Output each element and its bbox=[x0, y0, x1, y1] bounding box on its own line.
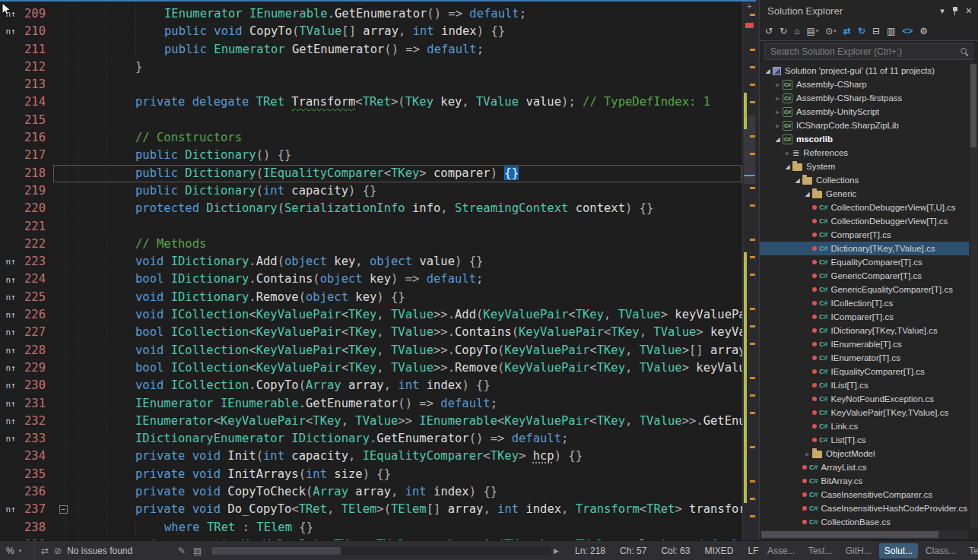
line-number[interactable]: 227 bbox=[21, 324, 52, 341]
code-text[interactable]: private void CopyToCheck(Array array, in… bbox=[75, 483, 742, 501]
line-number[interactable]: 214 bbox=[21, 93, 52, 111]
code-text[interactable]: protected Dictionary(SerializationInfo i… bbox=[75, 200, 742, 217]
window-position-icon[interactable]: ▾ bbox=[940, 6, 945, 16]
code-text[interactable]: private void Do_CopyTo<TRet, TElem>(TEle… bbox=[75, 501, 742, 518]
se-hscroll-thumb[interactable] bbox=[761, 531, 938, 538]
expander-collapsed-icon[interactable]: ▹ bbox=[773, 109, 783, 115]
code-view-icon[interactable]: <> bbox=[900, 24, 915, 38]
expander-expanded-icon[interactable]: ◢ bbox=[792, 177, 802, 184]
home-icon[interactable]: ⌂ bbox=[792, 24, 802, 38]
tree-item[interactable]: C#List[T].cs bbox=[760, 433, 969, 447]
line-number[interactable]: 233 bbox=[21, 430, 52, 448]
line-number[interactable]: 219 bbox=[21, 182, 52, 200]
inheritance-margin-icon[interactable]: n↑ bbox=[0, 395, 21, 413]
tree-item[interactable]: ◢C#mscorlib bbox=[760, 132, 969, 146]
tree-item[interactable]: ◢Collections bbox=[760, 173, 969, 187]
code-line[interactable]: n↑224bool IDictionary.Contains(object ke… bbox=[0, 271, 742, 288]
search-icon[interactable] bbox=[961, 48, 967, 54]
panel-tab[interactable]: Solut... bbox=[879, 543, 918, 558]
tree-item[interactable]: ◢Solution 'project-gui' (11 of 11 projec… bbox=[760, 64, 969, 78]
se-vscroll-thumb[interactable] bbox=[970, 64, 976, 147]
line-number[interactable]: 211 bbox=[21, 41, 52, 59]
line-number[interactable]: 210 bbox=[21, 23, 52, 40]
line-number[interactable]: 236 bbox=[21, 483, 52, 501]
code-line[interactable]: 221 bbox=[0, 218, 742, 236]
code-line[interactable]: 213 bbox=[0, 76, 742, 93]
code-line[interactable]: n↑223void IDictionary.Add(object key, ob… bbox=[0, 253, 742, 271]
nav-forward-icon[interactable]: ↻ bbox=[777, 24, 789, 38]
expander-expanded-icon[interactable]: ◢ bbox=[783, 163, 792, 170]
line-number[interactable]: 223 bbox=[21, 253, 52, 271]
code-line[interactable]: 234private void Init(int capacity, IEqua… bbox=[0, 448, 742, 465]
tree-item[interactable]: C#IEqualityComparer[T].cs bbox=[760, 365, 969, 378]
inheritance-margin-icon[interactable]: n↑ bbox=[0, 377, 21, 394]
code-text[interactable]: public Enumerator GetEnumerator() => def… bbox=[75, 41, 742, 59]
edit-mode-icon[interactable]: ✎ bbox=[178, 546, 186, 556]
code-text[interactable]: public void CopyTo(TValue[] array, int i… bbox=[75, 23, 742, 40]
inheritance-margin-icon[interactable]: n↑ bbox=[0, 430, 21, 448]
inheritance-margin-icon[interactable]: n↑ bbox=[0, 501, 21, 518]
search-input[interactable] bbox=[764, 43, 973, 60]
code-line[interactable]: 217public Dictionary() {} bbox=[0, 147, 742, 164]
code-text[interactable]: public Dictionary() {} bbox=[75, 147, 742, 164]
code-text[interactable]: void ICollection<KeyValuePair<TKey, TVal… bbox=[75, 342, 742, 359]
sync-active-document-icon[interactable]: ⇄ bbox=[841, 24, 853, 38]
code-line[interactable]: 214private delegate TRet Transform<TRet>… bbox=[0, 93, 742, 111]
line-number[interactable]: 226 bbox=[21, 306, 52, 324]
panel-tab[interactable]: Test... bbox=[803, 543, 838, 558]
tree-item[interactable]: C#IList[T].cs bbox=[760, 378, 969, 392]
inheritance-margin-icon[interactable]: n↑ bbox=[0, 23, 21, 40]
collapse-all-icon[interactable]: ⊟ bbox=[870, 24, 882, 38]
issues-status[interactable]: ⇄ ⊘ No issues found bbox=[41, 541, 132, 560]
code-line[interactable]: n↑231IEnumerator IEnumerable.GetEnumerat… bbox=[0, 395, 742, 413]
editor-pane[interactable]: n↑209IEnumerator IEnumerable.GetEnumerat… bbox=[0, 0, 756, 540]
line-number[interactable]: 221 bbox=[21, 218, 52, 236]
tree-item[interactable]: ◢Generic bbox=[760, 187, 969, 201]
wrench-icon[interactable]: ⚙ bbox=[917, 24, 930, 38]
se-tree[interactable]: ◢Solution 'project-gui' (11 of 11 projec… bbox=[760, 64, 978, 530]
inheritance-margin-icon[interactable]: n↑ bbox=[0, 413, 21, 430]
code-text[interactable]: IEnumerator<KeyValuePair<TKey, TValue>> … bbox=[75, 413, 742, 430]
zoom-control[interactable]: % ▾ bbox=[0, 541, 35, 560]
code-area[interactable]: n↑209IEnumerator IEnumerable.GetEnumerat… bbox=[0, 2, 742, 540]
expander-collapsed-icon[interactable]: ▹ bbox=[802, 451, 812, 457]
line-number[interactable]: 209 bbox=[21, 5, 52, 23]
code-line[interactable]: 236private void CopyToCheck(Array array,… bbox=[0, 483, 742, 501]
tree-item[interactable]: C#Dictionary[TKey,TValue].cs bbox=[760, 242, 969, 255]
tree-item[interactable]: C#IEnumerator[T].cs bbox=[760, 351, 969, 365]
inheritance-margin-icon[interactable]: n↑ bbox=[0, 253, 21, 271]
refresh-icon[interactable]: ↻ bbox=[856, 24, 868, 38]
inheritance-margin-icon[interactable]: n↑ bbox=[0, 271, 21, 288]
panel-tab[interactable]: Class... bbox=[920, 543, 961, 558]
code-text[interactable]: private delegate TRet Transform<TRet>(TK… bbox=[75, 93, 742, 111]
tree-item[interactable]: ▹C#Assembly-UnityScript bbox=[760, 105, 969, 119]
editor-scrollbar[interactable]: + bbox=[742, 2, 756, 540]
line-number[interactable]: 222 bbox=[21, 236, 52, 253]
tree-item[interactable]: C#EqualityComparer[T].cs bbox=[760, 255, 969, 269]
tree-item[interactable]: C#Comparer[T].cs bbox=[760, 228, 969, 242]
code-line[interactable]: n↑209IEnumerator IEnumerable.GetEnumerat… bbox=[0, 5, 742, 23]
line-number[interactable]: 212 bbox=[21, 59, 52, 76]
line-number[interactable]: 213 bbox=[21, 76, 52, 93]
code-line[interactable]: n↑232IEnumerator<KeyValuePair<TKey, TVal… bbox=[0, 413, 742, 430]
code-text[interactable]: bool ICollection<KeyValuePair<TKey, TVal… bbox=[75, 324, 742, 341]
code-text[interactable]: where TRet : TElem {} bbox=[75, 519, 742, 536]
panel-tab[interactable]: Asse... bbox=[762, 543, 801, 558]
code-text[interactable]: private void Init(int capacity, IEqualit… bbox=[75, 448, 742, 465]
tree-item[interactable]: C#ICollection[T].cs bbox=[760, 296, 969, 310]
tree-item[interactable]: C#KeyValuePair[TKey,TValue].cs bbox=[760, 406, 969, 419]
tree-item[interactable]: ▹C#Assembly-CSharp-firstpass bbox=[760, 91, 969, 105]
code-line[interactable]: n↑229bool ICollection<KeyValuePair<TKey,… bbox=[0, 359, 742, 377]
nav-back-icon[interactable]: ↺ bbox=[763, 24, 775, 38]
tree-item[interactable]: C#CaseInsensitiveComparer.cs bbox=[760, 488, 969, 501]
line-number[interactable]: 234 bbox=[21, 448, 52, 465]
tree-item[interactable]: C#CollectionDebuggerView[T].cs bbox=[760, 214, 969, 228]
se-horizontal-scrollbar[interactable] bbox=[761, 530, 967, 539]
code-line[interactable]: n↑237−private void Do_CopyTo<TRet, TElem… bbox=[0, 501, 742, 518]
code-line[interactable]: 220protected Dictionary(SerializationInf… bbox=[0, 200, 742, 217]
line-number[interactable]: 238 bbox=[21, 519, 52, 536]
tree-item[interactable]: C#BitArray.cs bbox=[760, 474, 969, 488]
code-text[interactable]: private void InitArrays(int size) {} bbox=[75, 466, 742, 483]
code-line[interactable]: n↑230void ICollection.CopyTo(Array array… bbox=[0, 377, 742, 394]
code-text[interactable]: void ICollection<KeyValuePair<TKey, TVal… bbox=[75, 306, 742, 324]
